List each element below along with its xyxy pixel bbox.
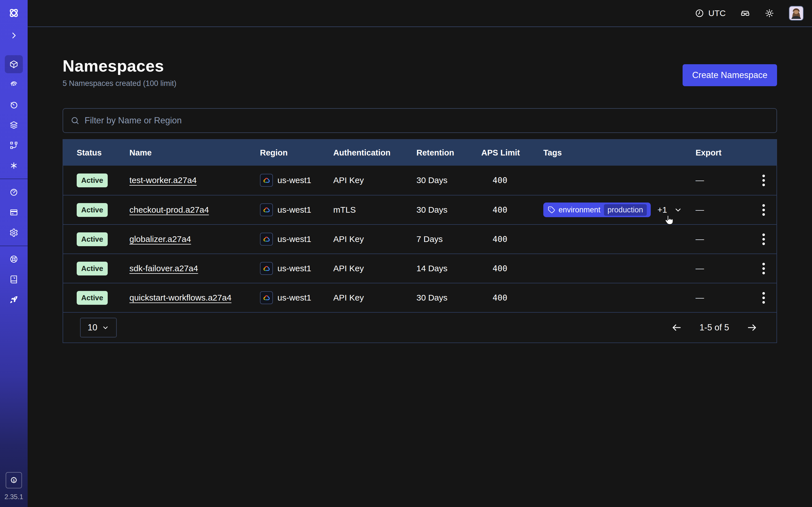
row-menu-button[interactable] (760, 260, 768, 277)
col-header-retention: Retention (416, 148, 481, 158)
auth-label: API Key (333, 293, 416, 302)
sidebar-item-task-queues[interactable] (5, 116, 23, 134)
table-row: Active globalizer.a27a4 us-west1 API Key… (63, 224, 776, 253)
user-avatar[interactable] (789, 6, 804, 20)
status-badge: Active (77, 232, 108, 246)
sidebar-divider (0, 179, 28, 179)
status-badge: Active (77, 262, 108, 276)
retention-label: 30 Days (416, 293, 481, 302)
tag-key: environment (559, 206, 601, 214)
table-row: Active checkout-prod.a27a4 us-west1 mTLS… (63, 195, 776, 224)
auth-label: API Key (333, 234, 416, 244)
chevron-down-icon (102, 324, 109, 331)
row-menu-button[interactable] (760, 289, 768, 306)
col-header-tags: Tags (543, 148, 696, 158)
create-namespace-button[interactable]: Create Namespace (682, 64, 777, 86)
auth-label: mTLS (333, 205, 416, 215)
namespace-link[interactable]: checkout-prod.a27a4 (130, 205, 209, 215)
previous-page-button[interactable] (670, 321, 684, 335)
region-label: us-west1 (277, 234, 311, 244)
row-menu-button[interactable] (760, 202, 768, 219)
region-label: us-west1 (277, 175, 311, 185)
sidebar-item-deployments[interactable] (5, 136, 23, 154)
retention-label: 30 Days (416, 175, 481, 185)
page-title: Namespaces (63, 56, 176, 75)
col-header-region: Region (260, 148, 333, 158)
temporal-logo[interactable] (7, 6, 20, 20)
namespace-link[interactable]: quickstart-workflows.a27a4 (130, 293, 232, 302)
status-badge: Active (77, 173, 108, 187)
col-header-status: Status (77, 148, 130, 158)
table-header-row: Status Name Region Authentication Retent… (63, 140, 776, 166)
page-size-value: 10 (88, 323, 97, 333)
tag-more-count[interactable]: +1 (658, 205, 667, 215)
region-label: us-west1 (277, 205, 311, 215)
svg-text:$: $ (13, 478, 15, 483)
app-version: 2.35.1 (4, 493, 23, 501)
clock-icon (695, 8, 704, 18)
sidebar-item-namespaces[interactable] (5, 55, 23, 73)
namespace-link[interactable]: sdk-failover.a27a4 (130, 264, 198, 273)
sidebar-item-nexus[interactable] (5, 157, 23, 175)
col-header-aps-limit: APS Limit (481, 148, 543, 158)
namespace-link[interactable]: test-worker.a27a4 (130, 175, 197, 185)
auth-label: API Key (333, 264, 416, 273)
status-badge: Active (77, 203, 108, 217)
export-value: — (696, 293, 751, 302)
page-subtitle: 5 Namespaces created (100 limit) (63, 79, 176, 88)
glasses-icon[interactable] (741, 8, 750, 18)
sidebar-expand-button[interactable] (7, 29, 20, 42)
table-body: Active test-worker.a27a4 us-west1 API Ke… (63, 166, 776, 312)
table-footer: 10 1-5 of 5 (63, 312, 776, 342)
export-value: — (696, 234, 751, 244)
sun-icon[interactable] (765, 8, 774, 18)
status-badge: Active (77, 291, 108, 305)
table-row: Active test-worker.a27a4 us-west1 API Ke… (63, 166, 776, 195)
sidebar-item-workflows[interactable] (5, 75, 23, 94)
row-menu-button[interactable] (760, 172, 768, 189)
timezone-label: UTC (708, 8, 726, 18)
tag-value: production (604, 204, 647, 216)
aps-limit-value: 400 (481, 264, 543, 273)
export-value: — (696, 264, 751, 273)
timezone-selector[interactable]: UTC (695, 8, 726, 18)
retention-label: 14 Days (416, 264, 481, 273)
aps-limit-value: 400 (481, 293, 543, 302)
namespaces-table: Status Name Region Authentication Retent… (63, 139, 777, 343)
chevron-down-icon[interactable] (674, 206, 682, 214)
page-size-select[interactable]: 10 (80, 318, 117, 337)
col-header-authentication: Authentication (333, 148, 416, 158)
gcp-region-icon (260, 233, 273, 245)
gcp-region-icon (260, 291, 273, 304)
sidebar: $ 2.35.1 (0, 0, 28, 507)
tags-group: environment production +1 (543, 203, 682, 217)
sidebar-item-getting-started[interactable] (5, 291, 23, 309)
sidebar-item-usage[interactable] (5, 183, 23, 201)
row-menu-button[interactable] (760, 231, 768, 248)
filter-input[interactable] (85, 115, 769, 126)
aps-limit-value: 400 (481, 234, 543, 244)
aps-limit-value: 400 (481, 175, 543, 185)
search-icon (70, 116, 80, 125)
sidebar-item-docs[interactable] (5, 270, 23, 288)
aps-limit-value: 400 (481, 205, 543, 215)
retention-label: 30 Days (416, 205, 481, 215)
region-label: us-west1 (277, 293, 311, 302)
gcp-region-icon (260, 174, 273, 187)
sidebar-item-billing[interactable] (5, 203, 23, 221)
sidebar-item-settings[interactable] (5, 224, 23, 242)
namespace-link[interactable]: globalizer.a27a4 (130, 234, 191, 244)
pagination-range: 1-5 of 5 (700, 323, 729, 333)
sidebar-item-support[interactable] (5, 250, 23, 268)
export-value: — (696, 205, 751, 215)
next-page-button[interactable] (745, 321, 759, 335)
gcp-region-icon (260, 262, 273, 275)
auth-label: API Key (333, 175, 416, 185)
billing-badge-button[interactable]: $ (6, 472, 22, 489)
main-content: Namespaces 5 Namespaces created (100 lim… (28, 27, 812, 507)
tag-chip[interactable]: environment production (543, 203, 651, 217)
table-row: Active sdk-failover.a27a4 us-west1 API K… (63, 253, 776, 283)
tag-icon (548, 206, 555, 214)
sidebar-item-schedules[interactable] (5, 96, 23, 114)
table-row: Active quickstart-workflows.a27a4 us-wes… (63, 283, 776, 312)
